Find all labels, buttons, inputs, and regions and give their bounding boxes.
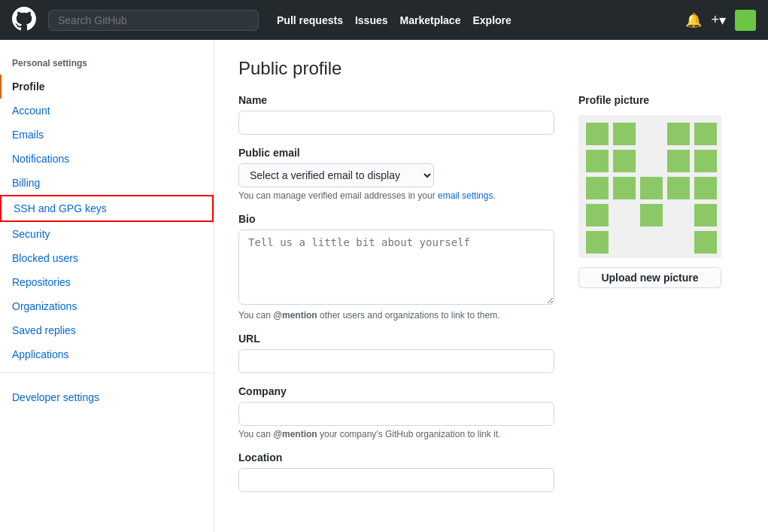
email-select[interactable]: Select a verified email to display [238,163,434,187]
profile-picture-image [578,115,721,258]
location-input[interactable] [238,468,554,492]
content-row: Name Public email Select a verified emai… [238,94,744,504]
location-label: Location [238,451,554,464]
svg-rect-18 [694,231,717,254]
sidebar-item-applications[interactable]: Applications [0,342,214,366]
svg-rect-3 [667,123,690,145]
svg-rect-11 [640,177,663,199]
sidebar-item-organizations[interactable]: Organizations [0,294,214,318]
sidebar-item-developer-settings[interactable]: Developer settings [0,385,214,409]
search-input[interactable] [48,10,259,31]
nav-links: Pull requests Issues Marketplace Explore [277,14,511,26]
url-group: URL [238,333,554,373]
public-email-label: Public email [238,147,554,159]
email-settings-link[interactable]: email settings [438,190,493,201]
svg-rect-12 [667,177,690,199]
location-group: Location [238,451,554,492]
sidebar-item-saved-replies[interactable]: Saved replies [0,318,214,342]
name-input[interactable] [238,111,554,135]
svg-rect-9 [586,177,609,199]
notifications-bell-icon[interactable]: 🔔 [685,12,702,29]
svg-rect-15 [640,204,663,226]
sidebar-item-repositories[interactable]: Repositories [0,270,214,294]
sidebar: Personal settings Profile Account Emails… [0,40,214,532]
svg-rect-7 [667,150,690,172]
sidebar-item-billing[interactable]: Billing [0,171,214,195]
page-layout: Personal settings Profile Account Emails… [0,40,768,532]
email-hint: You can manage verified email addresses … [238,190,554,201]
svg-rect-17 [586,231,609,254]
sidebar-section-label: Personal settings [0,52,214,74]
issues-link[interactable]: Issues [355,14,388,26]
svg-rect-2 [613,123,636,145]
company-input[interactable] [238,402,554,426]
topnav-right: 🔔 + ▾ [685,10,756,31]
svg-rect-10 [613,177,636,199]
url-label: URL [238,333,554,345]
bio-label: Bio [238,213,554,225]
svg-rect-4 [694,123,717,145]
sidebar-item-profile[interactable]: Profile [0,74,214,99]
svg-rect-5 [586,150,609,172]
public-email-group: Public email Select a verified email to … [238,147,554,201]
main-content: Public profile Name Public email Select … [214,40,768,532]
url-input[interactable] [238,349,554,373]
sidebar-item-notifications[interactable]: Notifications [0,147,214,171]
top-navigation: Pull requests Issues Marketplace Explore… [0,0,768,40]
profile-picture-label: Profile picture [578,94,744,106]
bio-textarea[interactable] [238,230,554,305]
svg-rect-16 [694,204,717,226]
svg-rect-8 [694,150,717,172]
form-area: Name Public email Select a verified emai… [238,94,554,504]
sidebar-item-blocked-users[interactable]: Blocked users [0,246,214,270]
svg-rect-13 [694,177,717,199]
sidebar-item-ssh-gpg[interactable]: SSH and GPG keys [0,195,214,222]
svg-rect-14 [586,204,609,226]
chevron-down-icon: ▾ [719,12,726,29]
user-avatar[interactable] [735,10,756,31]
plus-icon: + [711,12,719,28]
name-label: Name [238,94,554,106]
svg-rect-6 [613,150,636,172]
new-menu-button[interactable]: + ▾ [711,12,726,29]
bio-mention-hint: You can @mention other users and organiz… [238,310,554,321]
github-logo[interactable] [12,7,36,33]
pull-requests-link[interactable]: Pull requests [277,14,343,26]
company-mention-hint: You can @mention your company's GitHub o… [238,429,554,439]
sidebar-item-security[interactable]: Security [0,222,214,246]
explore-link[interactable]: Explore [472,14,511,26]
bio-group: Bio You can @mention other users and org… [238,213,554,321]
marketplace-link[interactable]: Marketplace [400,14,461,26]
sidebar-item-account[interactable]: Account [0,99,214,123]
sidebar-item-emails[interactable]: Emails [0,123,214,147]
name-field-group: Name [238,94,554,135]
upload-picture-button[interactable]: Upload new picture [578,267,721,288]
company-group: Company You can @mention your company's … [238,385,554,439]
profile-picture-panel: Profile picture [578,94,744,288]
company-label: Company [238,385,554,397]
page-title: Public profile [238,58,744,79]
svg-rect-1 [586,123,609,145]
